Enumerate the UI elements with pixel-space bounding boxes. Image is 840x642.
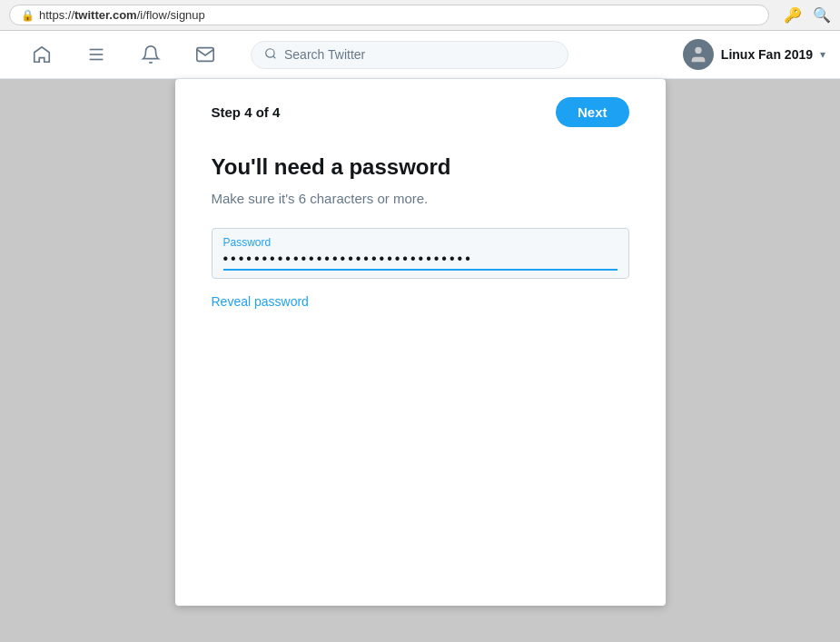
address-input[interactable]: 🔒 https://twitter.com/i/flow/signup [9,5,769,25]
nav-search-placeholder: Search Twitter [284,47,365,62]
url-prefix: https:// [39,8,74,22]
browser-icons: 🔑 🔍 [784,6,831,24]
nav-search-bar[interactable]: Search Twitter [251,41,568,69]
modal-title: You'll need a password [212,154,629,180]
browser-search-icon[interactable]: 🔍 [813,6,831,24]
browser-chrome: 🔒 https://twitter.com/i/flow/signup 🔑 🔍 [0,0,840,31]
password-underline [223,269,618,271]
nav-home-icon[interactable] [15,31,69,79]
nav-search-icon [264,47,277,63]
user-avatar [683,39,714,70]
url-path: /i/flow/signup [137,8,205,22]
modal-header: Step 4 of 4 Next [212,97,629,127]
next-button[interactable]: Next [556,97,629,127]
page-content: Step 4 of 4 Next You'll need a password … [0,79,840,642]
address-bar: 🔒 https://twitter.com/i/flow/signup 🔑 🔍 [0,0,840,30]
key-icon[interactable]: 🔑 [784,6,802,24]
step-label: Step 4 of 4 [212,104,281,120]
twitter-nav: Search Twitter Linux Fan 2019 ▾ [0,31,840,79]
password-field-label: Password [223,236,618,249]
nav-notifications-icon[interactable] [124,31,178,79]
svg-line-4 [273,55,276,58]
nav-explore-icon[interactable] [69,31,124,79]
address-text: https://twitter.com/i/flow/signup [39,8,205,22]
password-input[interactable] [223,251,618,267]
svg-point-5 [695,47,701,54]
lock-icon: 🔒 [21,9,35,22]
password-field-wrapper[interactable]: Password [212,228,629,279]
signup-modal: Step 4 of 4 Next You'll need a password … [175,79,666,606]
username-label: Linux Fan 2019 [721,47,813,62]
modal-subtitle: Make sure it's 6 characters or more. [212,191,629,206]
nav-user-section: Linux Fan 2019 ▾ [683,39,825,70]
reveal-password-button[interactable]: Reveal password [212,294,309,309]
chevron-down-icon[interactable]: ▾ [820,48,825,61]
nav-messages-icon[interactable] [178,31,232,79]
svg-point-3 [266,48,274,56]
url-domain: twitter.com [74,8,137,22]
